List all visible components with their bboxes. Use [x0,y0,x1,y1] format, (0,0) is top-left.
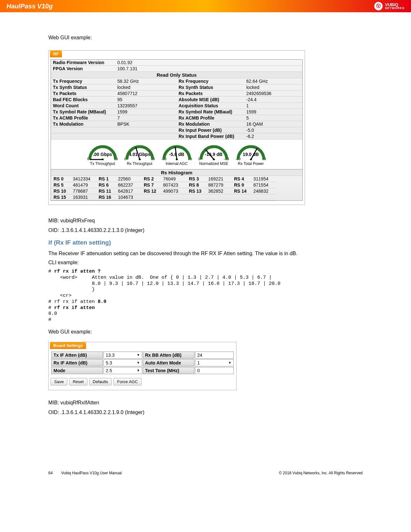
board-field-value[interactable]: 5.3▼ [103,359,142,366]
board-field-label: Test Tone (MHz) [143,367,194,374]
page-footer: 64 Vubiq HaulPass V10g User Manual © 201… [0,471,411,495]
product-title: HaulPass V10g [6,3,53,10]
chevron-down-icon: ▼ [228,361,231,364]
rf-status-grid: Radio Firmware Version0.01.92FPGA Versio… [51,59,303,140]
board-field-label: Mode [51,367,103,374]
board-field-value[interactable]: 24 [195,352,234,359]
save-button[interactable]: Save [51,378,67,385]
section-if-rx-atten: if (Rx IF atten setting) [48,239,363,246]
reset-button[interactable]: Reset [69,378,87,385]
board-field-value[interactable]: 13.3▼ [103,352,142,359]
defaults-button[interactable]: Defaults [89,378,112,385]
section-desc: The Receiver IF attenuation setting can … [48,251,363,256]
gauge: -16.9 dB0-60Normalized MSE [199,144,229,166]
chevron-down-icon: ▼ [137,353,140,357]
web-gui-example-1: Web GUI example: [48,35,363,41]
footer-copyright: © 2018 Vubiq Networks, Inc. All Rights R… [279,471,363,475]
board-buttons-row: SaveResetDefaultsForce AGC [51,378,234,385]
mib-1: MIB: vubiqRfRxFreq [48,218,363,224]
svg-line-2 [136,147,140,160]
board-field-value[interactable]: 0 [195,367,234,374]
cli-block: # rf rx if atten ? <word> Atten value in… [48,269,363,323]
svg-point-1 [102,159,103,160]
board-field-label: Rx BB Atten (dB) [143,352,194,359]
rs-histogram-header: Rs Histogram [51,169,302,176]
board-field-label: Auto Atten Mode [143,359,194,366]
vubiq-logo: Ⓥ VUBIQ NETWORKS [374,2,405,10]
footer-manual: Vubiq HaulPass V10g User Manual [61,471,122,475]
board-field-label: Rx IF Atten (dB) [51,359,103,366]
svg-line-8 [251,148,257,160]
force-agc-button[interactable]: Force AGC [113,378,141,385]
rf-panel: RF Radio Firmware Version0.01.92FPGA Ver… [48,50,305,205]
page-header: HaulPass V10g Ⓥ VUBIQ NETWORKS [0,0,411,12]
svg-line-4 [175,147,177,160]
board-field-label: Tx IF Atten (dB) [51,352,103,359]
mib-2: MIB: vubiqRfRxIfAtten [48,400,363,406]
logo-text-2: NETWORKS [385,7,405,10]
chevron-down-icon: ▼ [137,361,140,364]
svg-line-6 [206,150,214,160]
board-settings-tab: Board Settings [50,342,86,349]
page-number: 64 [48,471,53,475]
logo-mark-icon: Ⓥ [374,2,383,10]
oid-2: OID: .1.3.6.1.4.1.46330.2.2.1.9.0 (Integ… [48,410,363,415]
rs-histogram-grid: Rs Histogram RS 03412334RS 122560RS 2760… [51,169,303,201]
gauge: .00 Gbps010Tx Throughput [87,144,118,166]
board-settings-panel: Board Settings Tx IF Atten (dB)13.3▼Rx B… [48,342,237,390]
gauge: -5.8 dB-8080Internal AGC [161,144,192,166]
gauge-row: .00 Gbps010Tx Throughput4.01 Gbps010Rx T… [51,140,303,169]
web-gui-example-2: Web GUI example: [48,329,363,335]
rf-tab: RF [50,51,62,57]
svg-point-5 [176,159,178,160]
oid-1: OID: .1.3.6.1.4.1.46330.2.2.1.3.0 (Integ… [48,227,363,233]
chevron-down-icon: ▼ [137,369,140,372]
gauge: 19.0 dB-6060Rx Total Power [236,144,266,166]
board-settings-grid: Tx IF Atten (dB)13.3▼Rx BB Atten (dB)24R… [51,351,234,375]
board-field-value[interactable]: 2.5▼ [103,367,142,374]
cli-example-label: CLI example: [48,260,363,266]
board-field-value[interactable]: 1▼ [195,359,234,366]
gauge: 4.01 Gbps010Rx Throughput [124,144,155,166]
